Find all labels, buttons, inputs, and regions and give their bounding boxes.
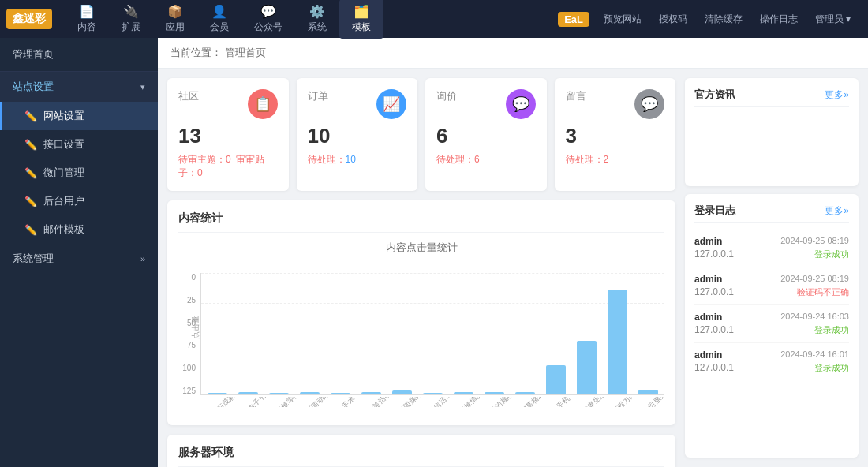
bar	[300, 392, 320, 394]
news-more[interactable]: 更多»	[825, 88, 849, 102]
bar	[238, 392, 259, 394]
sidebar-sub-items: ✏️网站设置✏️接口设置✏️微门管理✏️后台用户✏️邮件模板	[0, 102, 158, 244]
content-area: 社区 📋 13 待审主题：0 审审贴子：0 订单 📈 10 待处理：10 询价 …	[158, 69, 868, 467]
nav-label: 系统	[308, 21, 327, 34]
bar-col	[418, 273, 447, 394]
admin-label: 管理员	[815, 13, 844, 26]
sidebar: 管理首页 站点设置 ▾ ✏️网站设置✏️接口设置✏️微门管理✏️后台用户✏️邮件…	[0, 38, 158, 467]
log-time: 2024-09-24 16:03	[780, 312, 849, 323]
top-nav: 鑫迷彩 📄内容🔌扩展📦应用👤会员💬公众号⚙️系统🗂️模板 EaL 预览网站授权码…	[0, 0, 868, 38]
breadcrumb: 当前位置： 管理首页	[158, 38, 868, 69]
log-ip: 127.0.0.1	[694, 324, 734, 336]
log-title: 登录日志	[694, 204, 735, 218]
top-btn-预览网站[interactable]: 预览网站	[596, 8, 649, 31]
nav-item-系统[interactable]: ⚙️系统	[295, 0, 339, 39]
chart-area: 内容点击量统计 1251007550250 点击量	[178, 241, 664, 414]
y-label: 100	[182, 364, 196, 372]
bar-col	[541, 273, 571, 394]
sidebar-section-header-1[interactable]: 站点设置 ▾	[0, 72, 158, 102]
stat-icon: 💬	[506, 89, 536, 119]
sidebar-item-label: 微门管理	[43, 166, 84, 180]
nav-icon: 👤	[211, 4, 227, 19]
log-ip: 127.0.0.1	[694, 362, 734, 374]
log-time: 2024-09-25 08:19	[780, 236, 849, 247]
nav-item-会员[interactable]: 👤会员	[197, 0, 241, 39]
stat-card-0: 社区 📋 13 待审主题：0 审审贴子：0	[167, 78, 289, 191]
nav-item-模板[interactable]: 🗂️模板	[339, 0, 383, 39]
logo[interactable]: 鑫迷彩	[6, 9, 52, 29]
stat-card-header: 订单 📈	[308, 89, 407, 119]
nav-label: 模板	[352, 21, 371, 34]
nav-label: 应用	[166, 21, 185, 34]
nav-item-扩展[interactable]: 🔌扩展	[109, 0, 153, 39]
main-layout: 管理首页 站点设置 ▾ ✏️网站设置✏️接口设置✏️微门管理✏️后台用户✏️邮件…	[0, 38, 868, 467]
log-ip: 127.0.0.1	[694, 286, 734, 298]
sidebar-home[interactable]: 管理首页	[0, 38, 158, 72]
top-btn-操作日志[interactable]: 操作日志	[752, 8, 806, 31]
stat-footer: 待处理：6	[436, 153, 536, 166]
log-row2: 127.0.0.1 验证码不正确	[694, 286, 849, 298]
log-row1: admin 2024-09-25 08:19	[694, 236, 849, 247]
chart-container: 1251007550250 点击量	[178, 261, 664, 414]
y-label: 25	[187, 296, 196, 304]
news-card-header: 官方资讯 更多»	[694, 88, 849, 107]
stat-card-header: 询价 💬	[436, 89, 536, 119]
sidebar-item-网站设置[interactable]: ✏️网站设置	[0, 102, 158, 130]
nav-items: 📄内容🔌扩展📦应用👤会员💬公众号⚙️系统🗂️模板	[65, 0, 552, 39]
x-label: 行程方向	[610, 397, 639, 407]
section1-arrow: ▾	[140, 82, 145, 92]
stat-icon: 💬	[634, 89, 664, 119]
top-btn-清除缓存[interactable]: 清除缓存	[697, 8, 750, 31]
y-label: 0	[191, 273, 196, 282]
bar-chart: 1251007550250 点击量	[178, 261, 664, 395]
sidebar-item-label: 后台用户	[43, 194, 84, 208]
stat-footer: 待处理：10	[308, 153, 407, 166]
bar	[638, 390, 659, 394]
x-label: 健康生活	[579, 397, 608, 407]
stat-footer-text: 待处理：	[436, 154, 474, 165]
bar	[515, 392, 536, 394]
bar-col	[572, 273, 601, 394]
main-content: 当前位置： 管理首页 社区 📋 13 待审主题：0 审审贴子：0 订单 📈 10…	[158, 38, 868, 467]
x-label: 新闻媒体	[395, 397, 425, 407]
sidebar-item-邮件模板[interactable]: ✏️邮件模板	[0, 215, 158, 244]
nav-item-应用[interactable]: 📦应用	[153, 0, 197, 39]
bar-col	[603, 273, 632, 394]
log-ip: 127.0.0.1	[694, 248, 734, 260]
breadcrumb-path: 管理首页	[225, 47, 266, 58]
stat-card-3: 留言 💬 3 待处理：2	[555, 78, 676, 191]
sidebar-item-icon: ✏️	[24, 196, 37, 207]
stat-val: 10	[346, 154, 356, 165]
bar	[608, 290, 628, 394]
log-time: 2024-09-24 16:01	[780, 349, 849, 361]
chart-body: 点击量	[200, 273, 664, 395]
nav-label: 会员	[210, 21, 229, 34]
sidebar-item-微门管理[interactable]: ✏️微门管理	[0, 159, 158, 187]
bar-col	[234, 273, 263, 394]
bar	[331, 393, 351, 394]
log-more[interactable]: 更多»	[825, 204, 849, 218]
y-label: 125	[182, 387, 196, 395]
right-col: 官方资讯 更多» 登录日志 更多» admin 2024-09-25 08:19…	[685, 78, 859, 458]
top-btn-授权码[interactable]: 授权码	[651, 8, 695, 31]
content-stats-title: 内容统计	[178, 211, 664, 233]
sidebar-item-接口设置[interactable]: ✏️接口设置	[0, 130, 158, 159]
nav-item-公众号[interactable]: 💬公众号	[241, 0, 295, 39]
bar	[577, 341, 597, 394]
bar	[208, 393, 228, 394]
stat-card-1: 订单 📈 10 待处理：10	[297, 78, 418, 191]
sidebar-item-后台用户[interactable]: ✏️后台用户	[0, 187, 158, 215]
sidebar-section-1: 站点设置 ▾ ✏️网站设置✏️接口设置✏️微门管理✏️后台用户✏️邮件模板	[0, 72, 158, 244]
news-title: 官方资讯	[694, 88, 735, 102]
breadcrumb-prefix: 当前位置：	[170, 47, 222, 58]
bar-col	[295, 273, 324, 394]
sidebar-section2-header[interactable]: 系统管理 »	[0, 244, 158, 274]
nav-label: 公众号	[254, 21, 282, 34]
log-row1: admin 2024-09-24 16:03	[694, 312, 849, 323]
nav-item-内容[interactable]: 📄内容	[65, 0, 109, 39]
nav-icon: 📄	[79, 4, 95, 19]
news-card: 官方资讯 更多»	[685, 78, 859, 186]
x-label: 学的规格	[488, 397, 517, 407]
x-label: 机械情况	[457, 397, 486, 407]
admin-btn[interactable]: 管理员▾	[807, 8, 859, 31]
